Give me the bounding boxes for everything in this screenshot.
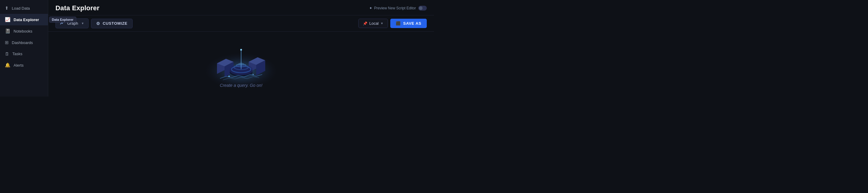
sidebar-item-data-explorer[interactable]: 📈 Data Explorer Data Explorer xyxy=(0,14,48,25)
customize-button[interactable]: ⚙ CUSTOMIZE xyxy=(91,19,133,28)
chart-icon: 📈 xyxy=(5,17,10,22)
save-as-button[interactable]: ⬛ SAVE AS xyxy=(390,19,427,28)
header-right: ✦ Preview New Script Editor xyxy=(369,6,427,10)
preview-label: ✦ Preview New Script Editor xyxy=(369,6,416,10)
toolbar-left: Graph ▼ ⚙ CUSTOMIZE xyxy=(56,19,133,28)
page-header: Data Explorer ✦ Preview New Script Edito… xyxy=(48,0,434,16)
sidebar-item-tasks[interactable]: 🗓 Tasks xyxy=(0,48,48,59)
tasks-icon: 🗓 xyxy=(5,51,9,56)
notebooks-icon: 📓 xyxy=(5,28,10,34)
empty-illustration xyxy=(199,41,283,89)
page-title: Data Explorer xyxy=(56,4,99,12)
empty-state: Create a query. Go on! xyxy=(199,41,283,88)
preview-toggle[interactable] xyxy=(418,6,427,10)
svg-point-19 xyxy=(240,49,242,51)
upload-icon: ⬆ xyxy=(5,5,9,11)
customize-label: CUSTOMIZE xyxy=(103,21,127,26)
sidebar: ⬆ Load Data 📈 Data Explorer Data Explore… xyxy=(0,0,48,96)
sidebar-item-label: Data Explorer xyxy=(13,18,39,22)
sparkle-icon: ✦ xyxy=(369,6,372,10)
content-area: Create a query. Go on! xyxy=(48,32,434,96)
graph-icon xyxy=(60,21,65,26)
empty-state-text: Create a query. Go on! xyxy=(220,83,262,88)
save-as-label: SAVE AS xyxy=(403,21,421,26)
svg-point-18 xyxy=(253,74,254,75)
sidebar-item-alerts[interactable]: 🔔 Alerts xyxy=(0,59,48,71)
sidebar-item-notebooks[interactable]: 📓 Notebooks xyxy=(0,25,48,37)
sidebar-item-label: Notebooks xyxy=(13,29,32,33)
save-icon: ⬛ xyxy=(396,21,401,26)
graph-label: Graph xyxy=(67,21,78,26)
main-content: Data Explorer ✦ Preview New Script Edito… xyxy=(48,0,434,96)
sidebar-item-label: Dashboards xyxy=(12,40,33,45)
dashboards-icon: ⊞ xyxy=(5,40,9,45)
graph-button[interactable]: Graph ▼ xyxy=(56,19,89,28)
local-label: Local xyxy=(369,21,378,26)
sidebar-item-label: Load Data xyxy=(12,6,30,10)
pin-icon: 📌 xyxy=(363,21,367,26)
sidebar-item-label: Tasks xyxy=(12,52,22,56)
alerts-icon: 🔔 xyxy=(5,62,10,68)
gear-icon: ⚙ xyxy=(96,21,100,26)
sidebar-item-dashboards[interactable]: ⊞ Dashboards xyxy=(0,37,48,48)
toolbar-right: 📌 Local ▼ ⬛ SAVE AS xyxy=(358,19,427,28)
svg-point-17 xyxy=(228,75,230,77)
graph-chevron-icon: ▼ xyxy=(81,22,84,25)
sidebar-item-label: Alerts xyxy=(13,63,24,67)
local-chevron-icon: ▼ xyxy=(380,22,383,25)
local-button[interactable]: 📌 Local ▼ xyxy=(358,19,388,28)
sidebar-item-load-data[interactable]: ⬆ Load Data xyxy=(0,2,48,14)
toolbar: Graph ▼ ⚙ CUSTOMIZE 📌 Local ▼ ⬛ SAVE AS xyxy=(48,16,434,32)
